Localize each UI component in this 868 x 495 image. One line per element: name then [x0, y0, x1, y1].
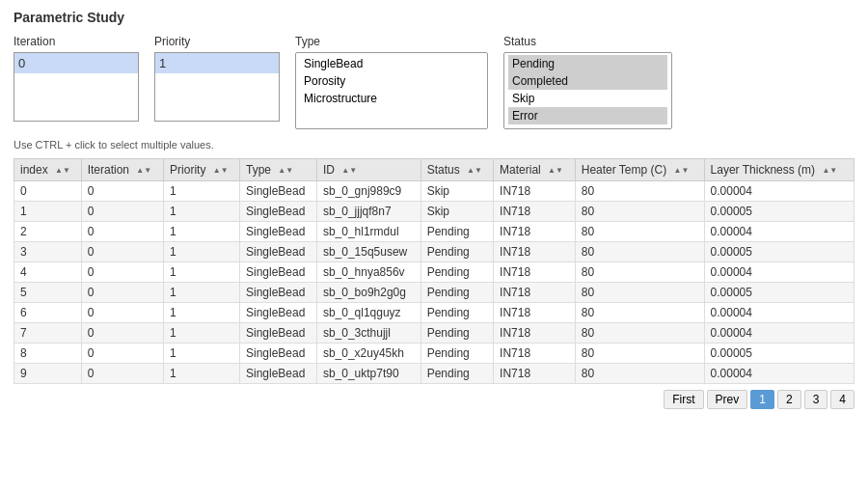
table-row: 301SingleBeadsb_0_15q5usewPendingIN71880…: [14, 242, 854, 262]
cell-r5-c3: SingleBead: [240, 283, 317, 303]
priority-filter: Priority 1: [154, 35, 280, 122]
type-option-singlebead[interactable]: SingleBead: [300, 55, 483, 72]
status-label: Status: [503, 35, 672, 48]
cell-r9-c4: sb_0_uktp7t90: [316, 364, 420, 384]
cell-r4-c6: IN718: [494, 262, 576, 283]
col-header-layer-thickness[interactable]: Layer Thickness (m) ▲▼: [704, 159, 854, 181]
status-option-pending[interactable]: Pending: [508, 55, 667, 72]
col-header-iteration[interactable]: Iteration ▲▼: [81, 159, 163, 181]
cell-r5-c8: 0.00005: [704, 283, 854, 303]
status-option-completed[interactable]: Completed: [508, 72, 667, 90]
iteration-label: Iteration: [14, 35, 139, 48]
cell-r1-c2: 1: [164, 202, 240, 222]
type-filter: Type SingleBead Porosity Microstructure: [295, 35, 488, 129]
cell-r8-c4: sb_0_x2uy45kh: [316, 344, 420, 364]
col-header-priority[interactable]: Priority ▲▼: [164, 159, 240, 181]
cell-r8-c8: 0.00005: [704, 344, 854, 364]
cell-r8-c7: 80: [575, 344, 704, 364]
cell-r4-c7: 80: [575, 262, 704, 283]
status-option-skip[interactable]: Skip: [508, 90, 667, 107]
cell-r2-c3: SingleBead: [240, 222, 317, 242]
page-2-button[interactable]: 2: [777, 390, 801, 409]
cell-r7-c1: 0: [81, 323, 163, 344]
type-option-microstructure[interactable]: Microstructure: [300, 90, 483, 107]
status-filter: Status Pending Completed Skip Error: [503, 35, 672, 129]
cell-r8-c6: IN718: [494, 344, 576, 364]
cell-r4-c1: 0: [81, 262, 163, 283]
help-text: Use CTRL + click to select multiple valu…: [14, 139, 854, 151]
priority-option-1[interactable]: 1: [155, 53, 279, 73]
status-option-error[interactable]: Error: [508, 107, 667, 124]
type-listbox[interactable]: SingleBead Porosity Microstructure: [295, 52, 488, 129]
cell-r1-c6: IN718: [494, 202, 576, 222]
cell-r8-c0: 8: [14, 344, 82, 364]
priority-listbox[interactable]: 1: [154, 52, 280, 122]
cell-r3-c4: sb_0_15q5usew: [316, 242, 420, 262]
cell-r9-c8: 0.00004: [704, 364, 854, 384]
cell-r9-c3: SingleBead: [240, 364, 317, 384]
cell-r4-c2: 1: [164, 262, 240, 283]
cell-r7-c0: 7: [14, 323, 82, 344]
cell-r6-c5: Pending: [420, 303, 493, 323]
prev-button[interactable]: Prev: [707, 390, 748, 409]
table-header-row: index ▲▼ Iteration ▲▼ Priority ▲▼ Type ▲…: [14, 159, 854, 181]
page-3-button[interactable]: 3: [804, 390, 828, 409]
iteration-option-0[interactable]: 0: [14, 53, 138, 73]
cell-r0-c0: 0: [14, 181, 82, 202]
cell-r9-c2: 1: [164, 364, 240, 384]
cell-r4-c8: 0.00004: [704, 262, 854, 283]
sort-icon-priority: ▲▼: [213, 167, 229, 175]
col-header-status[interactable]: Status ▲▼: [420, 159, 493, 181]
page-1-button[interactable]: 1: [750, 390, 774, 409]
cell-r1-c1: 0: [81, 202, 163, 222]
cell-r2-c5: Pending: [420, 222, 493, 242]
cell-r5-c6: IN718: [494, 283, 576, 303]
col-header-id[interactable]: ID ▲▼: [316, 159, 420, 181]
cell-r3-c2: 1: [164, 242, 240, 262]
sort-icon-heater-temp: ▲▼: [674, 167, 690, 175]
cell-r5-c0: 5: [14, 283, 82, 303]
iteration-listbox[interactable]: 0: [14, 52, 139, 122]
cell-r4-c0: 4: [14, 262, 82, 283]
cell-r0-c6: IN718: [494, 181, 576, 202]
page-4-button[interactable]: 4: [830, 390, 854, 409]
cell-r5-c7: 80: [575, 283, 704, 303]
cell-r3-c3: SingleBead: [240, 242, 317, 262]
cell-r9-c5: Pending: [420, 364, 493, 384]
cell-r1-c4: sb_0_jjjqf8n7: [316, 202, 420, 222]
cell-r0-c8: 0.00004: [704, 181, 854, 202]
sort-icon-index: ▲▼: [55, 167, 70, 175]
cell-r6-c7: 80: [575, 303, 704, 323]
cell-r3-c7: 80: [575, 242, 704, 262]
cell-r0-c3: SingleBead: [240, 181, 317, 202]
cell-r7-c2: 1: [164, 323, 240, 344]
first-button[interactable]: First: [664, 390, 703, 409]
table-row: 901SingleBeadsb_0_uktp7t90PendingIN71880…: [14, 364, 854, 384]
col-header-heater-temp[interactable]: Heater Temp (C) ▲▼: [575, 159, 704, 181]
cell-r6-c0: 6: [14, 303, 82, 323]
priority-label: Priority: [154, 35, 280, 48]
type-option-porosity[interactable]: Porosity: [300, 72, 483, 90]
table-row: 401SingleBeadsb_0_hnya856vPendingIN71880…: [14, 262, 854, 283]
cell-r6-c8: 0.00004: [704, 303, 854, 323]
status-listbox[interactable]: Pending Completed Skip Error: [503, 52, 672, 129]
col-header-material[interactable]: Material ▲▼: [494, 159, 576, 181]
cell-r4-c4: sb_0_hnya856v: [316, 262, 420, 283]
cell-r1-c8: 0.00005: [704, 202, 854, 222]
sort-icon-status: ▲▼: [467, 167, 482, 175]
cell-r7-c6: IN718: [494, 323, 576, 344]
cell-r5-c1: 0: [81, 283, 163, 303]
cell-r7-c8: 0.00004: [704, 323, 854, 344]
cell-r5-c2: 1: [164, 283, 240, 303]
cell-r1-c3: SingleBead: [240, 202, 317, 222]
cell-r2-c6: IN718: [494, 222, 576, 242]
cell-r6-c6: IN718: [494, 303, 576, 323]
cell-r7-c5: Pending: [420, 323, 493, 344]
table-row: 001SingleBeadsb_0_gnj989c9SkipIN718800.0…: [14, 181, 854, 202]
col-header-index[interactable]: index ▲▼: [14, 159, 82, 181]
cell-r1-c5: Skip: [420, 202, 493, 222]
cell-r0-c7: 80: [575, 181, 704, 202]
cell-r3-c6: IN718: [494, 242, 576, 262]
col-header-type[interactable]: Type ▲▼: [240, 159, 317, 181]
cell-r3-c8: 0.00005: [704, 242, 854, 262]
